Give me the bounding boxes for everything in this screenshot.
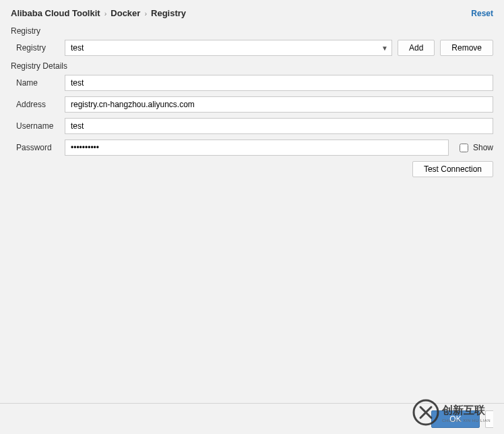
- add-button[interactable]: Add: [398, 40, 435, 56]
- secondary-button-partial[interactable]: [485, 410, 493, 428]
- breadcrumb-item[interactable]: Alibaba Cloud Toolkit: [11, 8, 100, 18]
- show-password-label: Show: [473, 143, 493, 152]
- address-field[interactable]: [65, 96, 493, 113]
- chevron-right-icon: ›: [104, 9, 107, 18]
- ok-button[interactable]: OK: [431, 410, 480, 428]
- reset-link[interactable]: Reset: [471, 9, 493, 18]
- name-label: Name: [11, 78, 59, 88]
- test-connection-button[interactable]: Test Connection: [412, 161, 493, 177]
- chevron-right-icon: ›: [144, 9, 147, 18]
- username-label: Username: [11, 121, 59, 131]
- name-field[interactable]: [65, 75, 493, 91]
- password-field[interactable]: [65, 140, 449, 156]
- registry-combo-input[interactable]: [65, 40, 392, 56]
- registry-combo[interactable]: ▼: [65, 40, 392, 56]
- registry-label: Registry: [11, 43, 59, 53]
- password-label: Password: [11, 143, 59, 152]
- registry-details-title: Registry Details: [11, 61, 493, 71]
- address-label: Address: [11, 100, 59, 109]
- breadcrumb-item[interactable]: Docker: [111, 8, 140, 18]
- remove-button[interactable]: Remove: [440, 40, 493, 56]
- breadcrumb-item: Registry: [151, 8, 186, 18]
- registry-section-title: Registry: [11, 26, 493, 36]
- dialog-footer: OK: [0, 403, 504, 434]
- show-password-checkbox[interactable]: [460, 144, 468, 152]
- breadcrumb: Alibaba Cloud Toolkit › Docker › Registr…: [11, 8, 186, 18]
- username-field[interactable]: [65, 118, 493, 134]
